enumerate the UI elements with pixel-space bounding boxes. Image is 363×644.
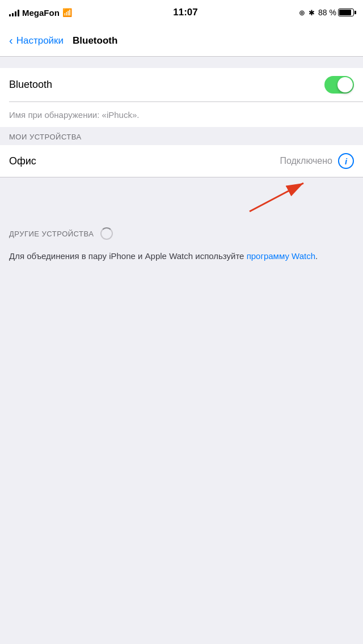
battery-indicator: 88 % [318,8,354,17]
device-row-office: Офис Подключено i [0,145,363,177]
my-devices-header: МОИ УСТРОЙСТВА [0,127,363,145]
status-left: MegaFon 📶 [9,8,72,18]
status-right: ⊕ ✱ 88 % [299,8,354,17]
info-icon: i [345,156,347,166]
back-label: Настройки [16,35,64,46]
watch-app-link[interactable]: программу Watch [247,251,315,261]
my-devices-header-text: МОИ УСТРОЙСТВА [9,133,82,141]
description-block: Для объединения в пару iPhone и Apple Wa… [0,243,363,272]
other-devices-header-text: ДРУГИЕ УСТРОЙСТВА [9,230,94,238]
nav-bar: ‹ Настройки Bluetooth [0,25,363,57]
status-time: 11:07 [173,7,197,18]
description-text-part2: . [315,251,318,261]
toggle-knob [337,77,353,92]
bluetooth-status-icon: ✱ [309,9,315,17]
battery-body [338,9,354,16]
device-status-group: Подключено i [280,153,354,169]
bluetooth-toggle-section: Bluetooth Имя при обнаружении: «iPhuck». [0,68,363,127]
signal-bars-icon [9,9,19,16]
bottom-fill [0,272,363,499]
description-text: Для объединения в пару iPhone и Apple Wa… [9,251,318,261]
svg-line-1 [250,183,303,211]
bluetooth-toggle[interactable] [324,76,354,94]
device-status-office: Подключено [280,156,332,166]
arrow-svg [216,172,329,223]
device-info-button[interactable]: i [338,153,354,169]
carrier-name: MegaFon [22,8,60,18]
battery-percent: 88 % [318,8,336,17]
page-title: Bluetooth [73,35,117,46]
bluetooth-toggle-label: Bluetooth [9,79,52,91]
discovery-info-text: Имя при обнаружении: «iPhuck». [9,110,139,120]
wifi-icon: 📶 [62,8,72,17]
discovery-info-row: Имя при обнаружении: «iPhuck». [0,102,363,127]
arrow-annotation [0,177,363,223]
description-text-part1: Для объединения в пару iPhone и Apple Wa… [9,251,247,261]
content-area: Bluetooth Имя при обнаружении: «iPhuck».… [0,57,363,499]
back-button[interactable]: ‹ Настройки [9,34,64,47]
device-name-office: Офис [9,155,36,167]
location-icon: ⊕ [299,9,305,17]
battery-fill [339,10,351,15]
chevron-left-icon: ‹ [9,34,13,47]
other-devices-header-row: ДРУГИЕ УСТРОЙСТВА [0,223,363,243]
loading-spinner [100,227,113,240]
bluetooth-toggle-row: Bluetooth [0,68,363,101]
status-bar: MegaFon 📶 11:07 ⊕ ✱ 88 % [0,0,363,25]
